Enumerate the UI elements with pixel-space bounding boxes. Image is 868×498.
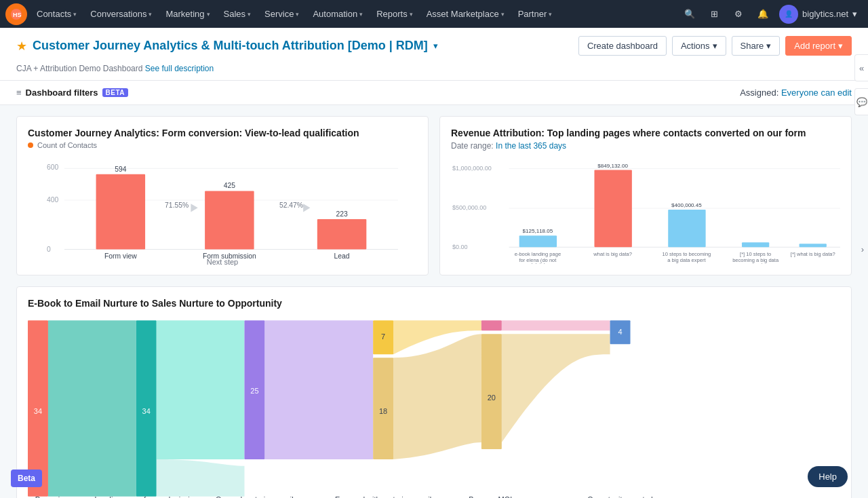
hubspot-logo[interactable]: HS bbox=[5, 3, 27, 25]
chevron-down-icon: ▾ bbox=[149, 11, 152, 18]
svg-marker-15 bbox=[303, 204, 310, 212]
collapse-panel-button[interactable]: « bbox=[854, 54, 868, 81]
sankey-container: 34 34 25 7 bbox=[28, 317, 840, 498]
settings-icon[interactable]: ⚙ bbox=[728, 3, 749, 25]
beta-footer-button[interactable]: Beta bbox=[11, 470, 42, 487]
chevron-down-icon: ▾ bbox=[73, 11, 77, 18]
svg-text:Opportunity created: Opportunity created bbox=[587, 495, 652, 498]
svg-text:Landing page, form submission: Landing page, form submission bbox=[94, 495, 197, 498]
svg-text:7: 7 bbox=[381, 332, 385, 341]
beta-badge: BETA bbox=[102, 88, 128, 97]
sankey-svg: 34 34 25 7 bbox=[28, 317, 840, 498]
search-icon[interactable]: 🔍 bbox=[679, 3, 701, 25]
avatar: 👤 bbox=[779, 5, 798, 24]
svg-text:0: 0 bbox=[47, 246, 51, 253]
svg-text:71.55%: 71.55% bbox=[165, 202, 189, 209]
chevron-right-icon: › bbox=[861, 244, 864, 254]
svg-text:Engaged with nurturing email: Engaged with nurturing email bbox=[335, 495, 431, 498]
page-title: Customer Journey Analytics & Multi-touch… bbox=[33, 39, 428, 53]
svg-text:600: 600 bbox=[47, 164, 59, 171]
chevron-down-icon: ▾ bbox=[501, 11, 505, 18]
svg-text:4: 4 bbox=[618, 328, 622, 336]
username-label: biglytics.net bbox=[802, 9, 848, 19]
bar-chart-card: Revenue Attribution: Top landing pages w… bbox=[439, 116, 852, 275]
nav-reports[interactable]: Reports ▾ bbox=[370, 0, 420, 28]
svg-text:25: 25 bbox=[250, 387, 258, 395]
svg-rect-56 bbox=[481, 334, 502, 449]
svg-text:what is big data?: what is big data? bbox=[593, 251, 632, 257]
chevron-down-icon: ▾ bbox=[549, 11, 552, 18]
see-full-description-link[interactable]: See full description bbox=[145, 64, 214, 73]
nav-sales[interactable]: Sales ▾ bbox=[217, 0, 258, 28]
chevron-down-icon: ▾ bbox=[359, 11, 363, 18]
chevron-down-icon: ▾ bbox=[852, 9, 857, 19]
top-navigation: HS Contacts ▾ Conversations ▾ Marketing … bbox=[0, 0, 868, 28]
chevron-down-icon: ▾ bbox=[207, 11, 210, 18]
actions-button[interactable]: Actions ▾ bbox=[672, 36, 726, 56]
everyone-can-edit-link[interactable]: Everyone can edit bbox=[781, 88, 852, 98]
assigned-label: Assigned: Everyone can edit bbox=[740, 88, 852, 98]
nav-automation[interactable]: Automation ▾ bbox=[306, 0, 370, 28]
funnel-chart-svg: 600 400 0 594 71.55% 425 bbox=[28, 161, 417, 260]
sankey-title: E-Book to Email Nurture to Sales Nurture… bbox=[28, 298, 840, 309]
svg-text:$849,132.00: $849,132.00 bbox=[597, 163, 628, 169]
svg-text:$125,118.05: $125,118.05 bbox=[523, 228, 553, 234]
charts-row: Customer Journey Analytics: Form convers… bbox=[16, 116, 852, 275]
create-dashboard-button[interactable]: Create dashboard bbox=[578, 36, 667, 56]
collapse-icon: « bbox=[859, 63, 864, 73]
funnel-legend: Count of Contacts bbox=[28, 141, 417, 149]
svg-text:[*] what is big data?: [*] what is big data? bbox=[791, 251, 835, 257]
share-button[interactable]: Share ▾ bbox=[732, 36, 781, 56]
svg-text:expert: expert bbox=[749, 262, 764, 264]
user-menu[interactable]: 👤 biglytics.net ▾ bbox=[774, 5, 863, 24]
notifications-icon[interactable]: 🔔 bbox=[752, 3, 774, 25]
nav-service[interactable]: Service ▾ bbox=[258, 0, 306, 28]
svg-text:delete): delete) bbox=[530, 262, 546, 264]
svg-text:$0.00: $0.00 bbox=[452, 244, 468, 250]
svg-text:Landing Page view: Landing Page view bbox=[28, 495, 69, 498]
bar-chart-subtitle: Date range: In the last 365 days bbox=[451, 141, 840, 151]
marketplace-icon[interactable]: ⊞ bbox=[703, 3, 725, 25]
bar-chart-svg: $1,000,000.00 $500,000.00 $0.00 $125,118… bbox=[451, 159, 840, 264]
nav-conversations[interactable]: Conversations ▾ bbox=[83, 0, 159, 28]
svg-text:20: 20 bbox=[488, 394, 496, 402]
svg-text:HS: HS bbox=[13, 12, 22, 18]
add-report-button[interactable]: Add report ▾ bbox=[785, 36, 852, 56]
favorite-star-icon[interactable]: ★ bbox=[16, 39, 27, 54]
svg-text:52.47%: 52.47% bbox=[279, 202, 303, 209]
comment-icon: 💬 bbox=[856, 97, 867, 107]
page-actions: Create dashboard Actions ▾ Share ▾ Add r… bbox=[578, 36, 852, 56]
funnel-chart-card: Customer Journey Analytics: Form convers… bbox=[16, 116, 429, 275]
nav-contacts[interactable]: Contacts ▾ bbox=[30, 0, 83, 28]
svg-text:34: 34 bbox=[142, 407, 151, 415]
comment-button[interactable]: 💬 bbox=[854, 88, 868, 115]
svg-rect-33 bbox=[742, 242, 769, 247]
svg-rect-8 bbox=[96, 174, 146, 250]
chevron-down-icon: ▾ bbox=[410, 11, 413, 18]
svg-rect-34 bbox=[800, 244, 827, 247]
breadcrumb: CJA + Attribution Demo Dashboard See ful… bbox=[16, 61, 852, 80]
svg-text:Opened nurturing email: Opened nurturing email bbox=[216, 495, 294, 498]
svg-text:$500,000.00: $500,000.00 bbox=[452, 204, 486, 211]
legend-dot bbox=[28, 142, 33, 148]
filters-bar: ≡ Dashboard filters BETA Assigned: Every… bbox=[0, 81, 868, 105]
svg-text:425: 425 bbox=[224, 182, 236, 189]
page-header: ★ Customer Journey Analytics & Multi-tou… bbox=[0, 28, 868, 81]
title-dropdown-icon[interactable]: ▾ bbox=[433, 41, 438, 51]
svg-text:Form view: Form view bbox=[104, 252, 137, 260]
svg-rect-12 bbox=[205, 191, 254, 250]
chevron-down-icon: ▾ bbox=[248, 11, 251, 18]
svg-text:Became MQL: Became MQL bbox=[469, 495, 514, 498]
svg-rect-27 bbox=[519, 235, 557, 247]
nav-asset-marketplace[interactable]: Asset Marketplace ▾ bbox=[420, 0, 511, 28]
nav-partner[interactable]: Partner ▾ bbox=[511, 0, 559, 28]
help-button[interactable]: Help bbox=[808, 466, 848, 487]
nav-marketing[interactable]: Marketing ▾ bbox=[159, 0, 216, 28]
svg-text:a big data expert: a big data expert bbox=[667, 257, 706, 263]
chevron-down-icon: ▾ bbox=[838, 41, 843, 51]
svg-rect-29 bbox=[594, 170, 631, 248]
svg-rect-55 bbox=[481, 320, 502, 330]
chevron-down-icon: ▾ bbox=[766, 41, 771, 51]
filter-icon: ≡ bbox=[16, 88, 22, 98]
svg-text:$1,000,000.00: $1,000,000.00 bbox=[452, 165, 492, 172]
